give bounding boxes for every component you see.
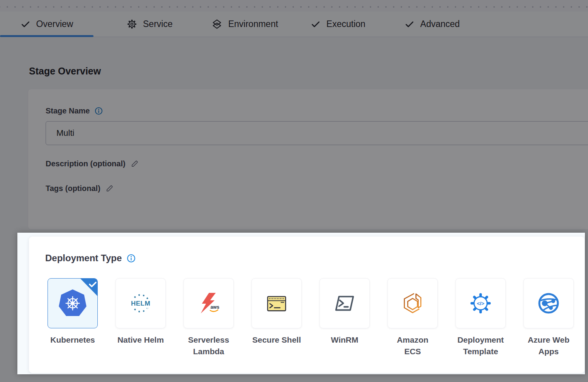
deployment-option-deployment-template[interactable]: </>	[455, 278, 506, 328]
deployment-option-secure-shell[interactable]	[252, 278, 302, 328]
stage-config-screen: Overview Service	[0, 0, 588, 382]
gear-code-logo-icon: </>	[468, 291, 493, 316]
deployment-option-label: Serverless Lambda	[175, 334, 243, 357]
deployment-type-card: Deployment Type	[29, 237, 585, 373]
info-icon[interactable]	[127, 254, 136, 263]
deployment-option-label: Deployment Template	[447, 334, 515, 357]
deployment-option-item: Azure Web Apps	[523, 278, 574, 357]
deployment-option-label: Secure Shell	[243, 334, 311, 346]
deployment-option-label: Azure Web Apps	[515, 334, 583, 357]
deployment-option-serverless-lambda[interactable]: aws	[184, 278, 234, 328]
svg-text:HELM: HELM	[131, 300, 150, 307]
deployment-option-label: Native Helm	[107, 334, 175, 346]
deployment-option-label: Amazon ECS	[379, 334, 447, 357]
deployment-option-label: WinRM	[311, 334, 379, 346]
deployment-option-item: aws Serverless Lambda	[184, 278, 234, 357]
deployment-option-item: Secure Shell	[252, 278, 302, 357]
helm-logo-icon: HELM	[128, 291, 153, 316]
deployment-option-item: HELM Native Helm	[116, 278, 166, 357]
serverless-aws-logo-icon: aws	[197, 291, 221, 315]
deployment-option-azure-web-apps[interactable]	[523, 278, 574, 328]
deployment-option-item: Kubernetes	[48, 278, 98, 357]
deployment-type-panel: Deployment Type	[17, 233, 585, 374]
selected-check-badge	[80, 278, 98, 296]
deployment-option-native-helm[interactable]: HELM	[116, 278, 166, 328]
deployment-option-label: Kubernetes	[39, 334, 107, 346]
svg-text:</>: </>	[477, 301, 484, 306]
deployment-type-title: Deployment Type	[45, 253, 122, 264]
deployment-option-item: </> Deployment Template	[455, 278, 506, 357]
svg-text:aws: aws	[211, 304, 219, 310]
deployment-option-item: Amazon ECS	[387, 278, 438, 357]
deployment-type-options: Kubernetes HELM Native Helm	[48, 278, 574, 357]
ecs-logo-icon	[401, 291, 425, 315]
powershell-logo-icon	[333, 291, 357, 315]
globe-logo-icon	[536, 291, 561, 316]
terminal-logo-icon	[265, 291, 289, 315]
deployment-option-amazon-ecs[interactable]	[387, 278, 438, 328]
deployment-option-item: WinRM	[319, 278, 370, 357]
deployment-option-winrm[interactable]	[319, 278, 370, 328]
deployment-option-kubernetes[interactable]	[48, 278, 98, 328]
